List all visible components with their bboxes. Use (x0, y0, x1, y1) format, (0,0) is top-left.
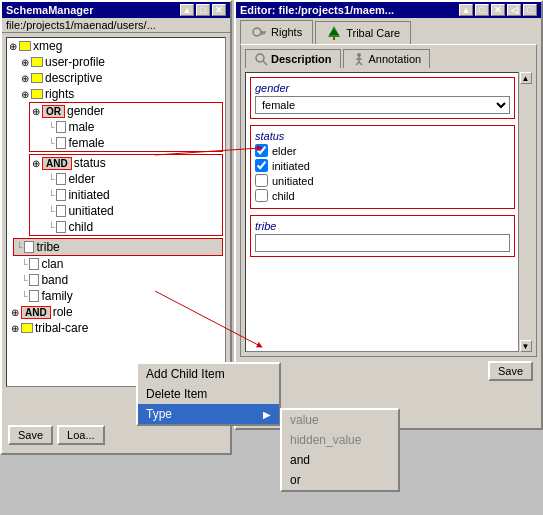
tree-label-rights: rights (45, 87, 74, 101)
ctx-type-label: Type (146, 407, 172, 421)
and-logic-box-status: AND (42, 157, 72, 170)
ctx-add-child-label: Add Child Item (146, 367, 225, 381)
maximize-button[interactable]: □ (196, 4, 210, 16)
editor-restore-button[interactable]: □ (523, 4, 537, 16)
tree-item-initiated[interactable]: └ initiated (30, 187, 222, 203)
editor-save-button[interactable]: Save (488, 361, 533, 381)
tree-item-child[interactable]: └ child (30, 219, 222, 235)
tree-item-tribal-care[interactable]: ⊕ tribal-care (7, 320, 225, 336)
tree-item-elder[interactable]: └ elder (30, 171, 222, 187)
tree-item-male[interactable]: └ male (30, 119, 222, 135)
doc-icon-unitiated (56, 205, 66, 217)
submenu-value[interactable]: value (282, 410, 398, 430)
folder-icon (19, 41, 31, 51)
submenu: value hidden_value and or (280, 408, 400, 492)
tree-label-unitiated: unitiated (68, 204, 113, 218)
submenu-and[interactable]: and (282, 450, 398, 470)
scrollbar[interactable]: ▲ ▼ (518, 72, 532, 352)
submenu-or-label: or (290, 473, 301, 487)
tree-item-or-gender[interactable]: ⊕ OR gender (30, 103, 222, 119)
tree-item-and-role[interactable]: ⊕ AND role (7, 304, 225, 320)
tree-area[interactable]: ⊕ xmeg ⊕ user-profile ⊕ descriptive ⊕ ri… (6, 37, 226, 387)
tree-label-elder: elder (68, 172, 95, 186)
tree-item-clan[interactable]: └ clan (7, 256, 225, 272)
tribe-group: tribe (250, 215, 515, 257)
tribe-label: tribe (255, 220, 510, 232)
editor-titlebar-buttons: ▲ □ ✕ ◁ □ (459, 4, 537, 16)
checkbox-row-initiated: initiated (255, 159, 510, 172)
tree-item-user-profile[interactable]: ⊕ user-profile (7, 54, 225, 70)
tree-label-status: status (74, 156, 106, 170)
subtab-description[interactable]: Description (245, 49, 341, 68)
schema-manager-path: file:/projects1/maenad/users/... (2, 18, 230, 33)
tribe-outline: └ tribe (13, 238, 223, 256)
status-label: status (255, 130, 510, 142)
gender-select-row: female male other (255, 96, 510, 114)
subtab-annotation-label: Annotation (369, 53, 422, 65)
tree-item-tribe[interactable]: └ tribe (14, 239, 222, 255)
ctx-delete-label: Delete Item (146, 387, 207, 401)
titlebar-buttons: ▲ □ ✕ (180, 4, 226, 16)
submenu-value-label: value (290, 413, 319, 427)
and-logic-box-role: AND (21, 306, 51, 319)
checkbox-child[interactable] (255, 189, 268, 202)
tree-label-user-profile: user-profile (45, 55, 105, 69)
close-button[interactable]: ✕ (212, 4, 226, 16)
ctx-add-child[interactable]: Add Child Item (138, 364, 279, 384)
tab-tribal-care-label: Tribal Care (346, 27, 400, 39)
figure-icon (352, 52, 366, 66)
editor-close-button[interactable]: ✕ (491, 4, 505, 16)
tree-item-descriptive[interactable]: ⊕ descriptive (7, 70, 225, 86)
tree-item-female[interactable]: └ female (30, 135, 222, 151)
scroll-up-btn[interactable]: ▲ (520, 72, 532, 84)
scroll-track[interactable] (519, 84, 532, 340)
svg-line-8 (263, 61, 267, 65)
ctx-type[interactable]: Type ▶ (138, 404, 279, 424)
schema-save-button[interactable]: Save (8, 425, 53, 445)
tree-label-initiated: initiated (68, 188, 109, 202)
folder-icon-rights (31, 89, 43, 99)
submenu-hidden-value-label: hidden_value (290, 433, 361, 447)
ctx-delete-item[interactable]: Delete Item (138, 384, 279, 404)
scroll-down-btn[interactable]: ▼ (520, 340, 532, 352)
tree-item-unitiated[interactable]: └ unitiated (30, 203, 222, 219)
label-child: child (272, 190, 295, 202)
gender-select[interactable]: female male other (255, 96, 510, 114)
doc-icon-tribe (24, 241, 34, 253)
tribe-input[interactable] (255, 234, 510, 252)
checkbox-initiated[interactable] (255, 159, 268, 172)
submenu-and-label: and (290, 453, 310, 467)
tree-item-family[interactable]: └ family (7, 288, 225, 304)
minimize-button[interactable]: ▲ (180, 4, 194, 16)
editor-max-button[interactable]: □ (475, 4, 489, 16)
tab-rights[interactable]: Rights (240, 20, 313, 44)
doc-icon-clan (29, 258, 39, 270)
checkbox-unitiated[interactable] (255, 174, 268, 187)
subtab-annotation[interactable]: Annotation (343, 49, 431, 68)
tree-icon (326, 25, 342, 41)
tab-rights-label: Rights (271, 26, 302, 38)
folder-icon-tribal-care (21, 323, 33, 333)
doc-icon-elder (56, 173, 66, 185)
tab-tribal-care[interactable]: Tribal Care (315, 21, 411, 44)
checkbox-row-child: child (255, 189, 510, 202)
editor-back-button[interactable]: ◁ (507, 4, 521, 16)
editor-min-button[interactable]: ▲ (459, 4, 473, 16)
status-group: status elder initiated unitiated (250, 125, 515, 209)
tree-item-rights[interactable]: ⊕ rights (7, 86, 225, 102)
schema-load-button[interactable]: Loa... (57, 425, 105, 445)
context-menu: Add Child Item Delete Item Type ▶ (136, 362, 281, 426)
tree-item-xmeg[interactable]: ⊕ xmeg (7, 38, 225, 54)
checkbox-elder[interactable] (255, 144, 268, 157)
tree-label-xmeg: xmeg (33, 39, 62, 53)
submenu-hidden-value[interactable]: hidden_value (282, 430, 398, 450)
doc-icon-child (56, 221, 66, 233)
tree-item-band[interactable]: └ band (7, 272, 225, 288)
submenu-or[interactable]: or (282, 470, 398, 490)
or-logic-box: OR (42, 105, 65, 118)
tree-label-role: role (53, 305, 73, 319)
doc-icon-male (56, 121, 66, 133)
tree-item-and-status[interactable]: ⊕ AND status (30, 155, 222, 171)
tree-label-tribe: tribe (36, 240, 59, 254)
label-initiated: initiated (272, 160, 310, 172)
